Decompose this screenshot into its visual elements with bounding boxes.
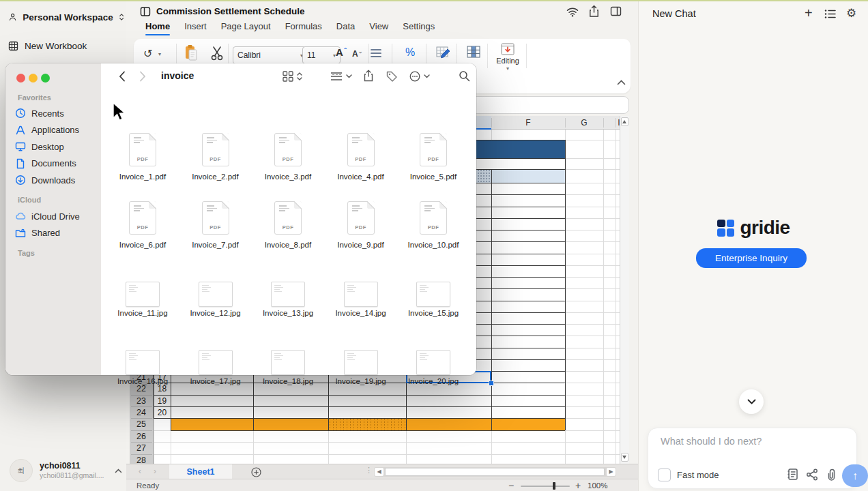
gear-icon[interactable]: ⚙ (846, 6, 856, 20)
paperclip-icon[interactable] (824, 468, 838, 481)
fast-mode-toggle[interactable]: Fast mode (658, 468, 719, 481)
file-item[interactable] (180, 276, 251, 312)
workspace-switcher[interactable]: Personal Workspace (8, 8, 124, 26)
view-mode-icon[interactable] (283, 71, 303, 82)
ribbon-tab-insert[interactable]: Insert (184, 21, 207, 35)
decrease-font-button[interactable]: A⌄ (352, 48, 362, 59)
account-menu[interactable]: 최 ychoi0811 ychoi0811@gmail.... (10, 457, 122, 484)
file-item[interactable]: PDF (107, 201, 178, 237)
file-item[interactable]: PDF (326, 133, 396, 168)
share-icon[interactable] (589, 5, 599, 18)
total-empty-cell[interactable] (328, 418, 406, 430)
zoom-in-button[interactable]: + (575, 480, 581, 491)
back-button[interactable] (119, 71, 126, 82)
row-header-25[interactable]: 25 (130, 419, 153, 429)
collapse-ribbon-icon[interactable] (617, 80, 626, 85)
undo-dropdown-caret[interactable]: ▾ (158, 51, 161, 57)
zoom-window-button[interactable] (41, 74, 50, 83)
row-header-28[interactable]: 28 (130, 456, 153, 464)
forward-button[interactable] (139, 71, 146, 82)
sidebar-item-shared[interactable]: Shared (15, 226, 97, 241)
group-by-icon[interactable] (330, 71, 353, 82)
increase-font-button[interactable]: A⌃ (336, 46, 348, 58)
horizontal-scrollbar[interactable]: ◀ ▶ (374, 467, 616, 477)
sidebar-item-recents[interactable]: Recents (15, 106, 97, 121)
selection-fill-handle[interactable] (489, 381, 494, 386)
chat-list-icon[interactable] (824, 9, 837, 19)
workflow-icon[interactable] (805, 468, 819, 481)
send-button[interactable]: ↑ (842, 464, 868, 487)
ribbon-tab-settings[interactable]: Settings (403, 21, 435, 35)
scroll-down-button[interactable] (621, 453, 628, 462)
sidebar-item-downloads[interactable]: Downloads (15, 173, 97, 188)
undo-button[interactable]: ↺ (143, 47, 152, 60)
enterprise-inquiry-button[interactable]: Enterprise Inquiry (696, 248, 807, 268)
file-item[interactable]: PDF (180, 201, 251, 237)
sidebar-item-documents[interactable]: Documents (15, 156, 97, 171)
file-item[interactable] (398, 276, 469, 312)
ribbon-tab-page-layout[interactable]: Page Layout (221, 21, 271, 35)
font-name-select[interactable]: Calibri▾ (233, 46, 308, 64)
notes-icon[interactable] (786, 468, 799, 481)
zoom-slider-track[interactable] (521, 486, 570, 487)
file-item[interactable] (326, 276, 396, 312)
file-item[interactable] (252, 276, 323, 312)
conditional-format-button[interactable] (436, 46, 451, 59)
row-header-23[interactable]: 23 (130, 396, 153, 406)
column-header-g[interactable]: G (576, 118, 592, 128)
scroll-down-button[interactable] (739, 389, 764, 414)
row-header-26[interactable]: 26 (130, 432, 153, 441)
scroll-right-button[interactable]: ▶ (607, 468, 616, 476)
close-window-button[interactable] (16, 74, 25, 83)
file-item[interactable] (107, 276, 178, 312)
document-sidebar-toggle-icon[interactable] (140, 6, 151, 17)
file-item[interactable]: PDF (398, 201, 469, 237)
scroll-left-button[interactable]: ◀ (375, 468, 384, 476)
zoom-slider-handle[interactable] (553, 482, 555, 490)
file-item[interactable] (398, 344, 469, 380)
total-value-cell[interactable] (253, 418, 325, 430)
ribbon-tab-home[interactable]: Home (145, 21, 170, 35)
editing-menu-button[interactable]: Editing ▾ (493, 43, 522, 72)
file-item[interactable] (107, 344, 178, 380)
horizontal-scroll-thumb[interactable] (385, 468, 605, 476)
sidebar-item-icloud-drive[interactable]: iCloud Drive (15, 209, 97, 224)
item-number-cell[interactable]: 18 (154, 384, 171, 393)
file-item[interactable] (252, 344, 323, 380)
item-number-cell[interactable]: 19 (154, 396, 171, 406)
scroll-up-button[interactable] (621, 117, 628, 126)
next-sheet-button[interactable]: › (154, 466, 156, 476)
minimize-window-button[interactable] (29, 74, 38, 83)
new-chat-button[interactable]: + (805, 5, 813, 21)
font-size-select[interactable]: 11▾ (302, 46, 341, 64)
chat-input[interactable] (659, 435, 846, 447)
add-sheet-button[interactable] (251, 467, 261, 477)
vertical-scrollbar[interactable] (620, 116, 629, 464)
item-number-cell[interactable]: 20 (154, 408, 171, 417)
column-header-f[interactable]: F (520, 118, 536, 128)
row-header-27[interactable]: 27 (130, 443, 153, 453)
number-format-percent-button[interactable]: % (405, 46, 415, 59)
file-item[interactable]: PDF (398, 133, 469, 168)
file-item[interactable]: PDF (326, 201, 396, 237)
total-value-cell[interactable] (406, 418, 488, 430)
format-as-table-button[interactable] (467, 46, 480, 58)
paste-icon[interactable] (184, 44, 198, 62)
zoom-out-button[interactable]: − (508, 480, 514, 491)
share-file-icon[interactable] (364, 70, 373, 82)
wifi-icon[interactable] (566, 7, 579, 17)
alignment-button[interactable] (371, 48, 381, 58)
panel-toggle-icon[interactable] (610, 6, 622, 16)
net-payable-header-cell[interactable] (491, 169, 565, 183)
row-header-22[interactable]: 22 (130, 384, 153, 393)
prev-sheet-button[interactable]: ‹ (139, 466, 141, 476)
search-icon[interactable] (459, 70, 470, 82)
tag-icon[interactable] (386, 71, 398, 82)
sidebar-item-desktop[interactable]: Desktop (15, 139, 97, 154)
file-item[interactable]: PDF (252, 133, 323, 168)
new-workbook-button[interactable]: New Workbook (8, 38, 124, 53)
total-label-cell[interactable] (171, 418, 253, 430)
total-value-cell[interactable] (491, 418, 562, 430)
more-actions-icon[interactable] (409, 71, 431, 82)
ribbon-tab-view[interactable]: View (369, 21, 388, 35)
